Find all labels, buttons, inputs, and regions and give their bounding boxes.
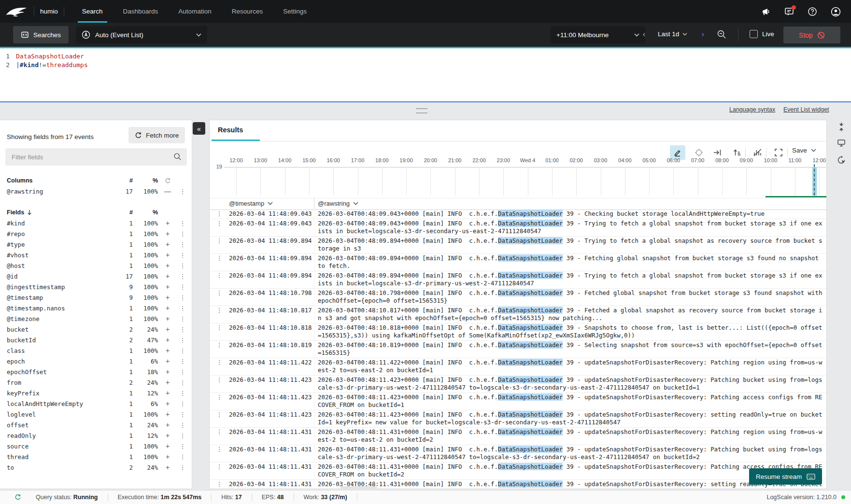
row-menu-icon[interactable]: ⋮	[210, 446, 229, 462]
field-action[interactable]: +	[158, 378, 177, 386]
log-event-row[interactable]: ⋮2026-03-04 11:48:11.4232026-03-04T00:48…	[210, 393, 826, 410]
field-row[interactable]: @host1100%+⋮	[0, 260, 192, 271]
row-menu-icon[interactable]: ⋮	[210, 411, 229, 427]
field-action[interactable]: +	[158, 230, 177, 238]
field-menu-icon[interactable]: ⋮	[177, 347, 188, 354]
field-action[interactable]: +	[158, 347, 177, 354]
log-event-row[interactable]: ⋮2026-03-04 11:48:09.8942026-03-04T00:48…	[210, 254, 826, 271]
field-menu-icon[interactable]: ⋮	[177, 241, 188, 248]
field-action[interactable]: +	[158, 442, 177, 450]
field-row[interactable]: thread1100%+⋮	[0, 451, 192, 462]
editor-resize-handle[interactable]	[416, 108, 427, 113]
field-menu-icon[interactable]: ⋮	[177, 368, 188, 376]
field-menu-icon[interactable]: ⋮	[177, 411, 188, 418]
field-menu-icon[interactable]: ⋮	[177, 443, 188, 450]
field-row[interactable]: keyPrefix112%+⋮	[0, 388, 192, 398]
field-row[interactable]: to224%+⋮	[0, 462, 192, 473]
field-action[interactable]: +	[158, 453, 177, 461]
field-action[interactable]: +	[158, 463, 177, 471]
tab-results[interactable]: Results	[218, 126, 243, 134]
row-menu-icon[interactable]: ⋮	[210, 428, 229, 444]
query-rerun-icon[interactable]	[837, 155, 847, 165]
field-action[interactable]: +	[158, 368, 177, 376]
row-menu-icon[interactable]: ⋮	[210, 341, 229, 357]
column-header-rawstring[interactable]: @rawstring	[318, 200, 358, 207]
view-mode-dropdown[interactable]: Auto (Event List)	[76, 26, 207, 43]
log-event-row[interactable]: ⋮2026-03-04 11:48:10.7982026-03-04T00:48…	[210, 289, 826, 306]
field-menu-icon[interactable]: ⋮	[177, 390, 188, 397]
field-action[interactable]: —	[158, 187, 177, 195]
field-row[interactable]: @id17100%+⋮	[0, 271, 192, 281]
timezone-dropdown[interactable]: +11:00 Melbourne	[551, 26, 645, 43]
collapse-vertical-icon[interactable]	[837, 122, 847, 132]
field-row[interactable]: class1100%+⋮	[0, 345, 192, 356]
row-menu-icon[interactable]: ⋮	[210, 254, 229, 270]
field-menu-icon[interactable]: ⋮	[177, 252, 188, 259]
row-menu-icon[interactable]: ⋮	[210, 220, 229, 236]
field-menu-icon[interactable]: ⋮	[177, 294, 188, 301]
field-menu-icon[interactable]: ⋮	[177, 220, 188, 227]
searches-button[interactable]: Searches	[13, 26, 69, 43]
field-row[interactable]: epoch16%+⋮	[0, 356, 192, 366]
live-checkbox[interactable]	[750, 30, 758, 38]
field-menu-icon[interactable]: ⋮	[177, 305, 188, 312]
bottom-resize-handle[interactable]	[340, 486, 377, 490]
row-menu-icon[interactable]: ⋮	[210, 324, 229, 340]
field-row[interactable]: #repo1100%+⋮	[0, 228, 192, 239]
field-row[interactable]: @timezone1100%+⋮	[0, 313, 192, 324]
field-row[interactable]: #type1100%+⋮	[0, 239, 192, 250]
log-event-row[interactable]: ⋮2026-03-04 11:48:11.4312026-03-04T00:48…	[210, 445, 826, 462]
row-menu-icon[interactable]: ⋮	[210, 480, 229, 489]
log-event-row[interactable]: ⋮2026-03-04 11:48:11.4222026-03-04T00:48…	[210, 358, 826, 376]
field-menu-icon[interactable]: ⋮	[177, 273, 188, 280]
row-menu-icon[interactable]: ⋮	[210, 463, 229, 479]
field-menu-icon[interactable]: ⋮	[177, 464, 188, 471]
zoom-out-time-icon[interactable]	[717, 29, 726, 39]
live-toggle[interactable]: Live	[750, 30, 774, 38]
row-menu-icon[interactable]: ⋮	[210, 272, 229, 288]
fetch-more-button[interactable]: Fetch more	[128, 127, 185, 143]
time-range-dropdown[interactable]: Last 1d	[658, 30, 687, 38]
field-row[interactable]: source1100%+⋮	[0, 441, 192, 451]
field-action[interactable]: +	[158, 304, 177, 312]
sort-direction-icon[interactable]	[27, 210, 32, 215]
field-action[interactable]: +	[158, 432, 177, 439]
field-menu-icon[interactable]: ⋮	[177, 315, 188, 322]
field-row[interactable]: #vhost1100%+⋮	[0, 250, 192, 260]
announcements-icon[interactable]	[761, 7, 771, 16]
log-event-row[interactable]: ⋮2026-03-04 11:48:09.0432026-03-04T00:48…	[210, 210, 826, 219]
field-menu-icon[interactable]: ⋮	[177, 358, 188, 365]
field-menu-icon[interactable]: ⋮	[177, 453, 188, 461]
stop-button[interactable]: Stop	[783, 27, 840, 43]
log-event-row[interactable]: ⋮2026-03-04 11:48:10.8182026-03-04T00:48…	[210, 323, 826, 341]
nav-tab-search[interactable]: Search	[72, 0, 113, 23]
field-row[interactable]: loglevel1100%+⋮	[0, 409, 192, 420]
field-action[interactable]: +	[158, 219, 177, 227]
row-menu-icon[interactable]: ⋮	[210, 393, 229, 409]
field-row[interactable]: bucketId247%+⋮	[0, 335, 192, 345]
row-menu-icon[interactable]: ⋮	[210, 359, 229, 375]
field-menu-icon[interactable]: ⋮	[177, 230, 188, 238]
field-row[interactable]: @timestamp9100%+⋮	[0, 292, 192, 303]
log-event-row[interactable]: ⋮2026-03-04 11:48:11.4232026-03-04T00:48…	[210, 410, 826, 428]
log-event-row[interactable]: ⋮2026-03-04 11:48:11.4312026-03-04T00:48…	[210, 428, 826, 445]
log-event-row[interactable]: ⋮2026-03-04 11:48:09.8942026-03-04T00:48…	[210, 237, 826, 254]
field-row[interactable]: epochOffset118%+⋮	[0, 366, 192, 377]
field-row[interactable]: #kind1100%+⋮	[0, 218, 192, 228]
field-action[interactable]: +	[158, 240, 177, 248]
field-row[interactable]: readOnly112%+⋮	[0, 430, 192, 441]
field-menu-icon[interactable]: ⋮	[177, 188, 188, 195]
field-action[interactable]: +	[158, 357, 177, 365]
field-row[interactable]: localAndHttpWereEmpty16%+⋮	[0, 398, 192, 409]
event-list-widget-link[interactable]: Event List widget	[783, 106, 829, 113]
help-icon[interactable]	[808, 7, 817, 16]
row-menu-icon[interactable]: ⋮	[210, 237, 229, 253]
field-menu-icon[interactable]: ⋮	[177, 262, 188, 269]
field-menu-icon[interactable]: ⋮	[177, 283, 188, 291]
field-action[interactable]: +	[158, 251, 177, 259]
nav-tab-automation[interactable]: Automation	[168, 0, 221, 23]
field-action[interactable]: +	[158, 421, 177, 429]
row-menu-icon[interactable]: ⋮	[210, 376, 229, 392]
field-row[interactable]: offset124%+⋮	[0, 420, 192, 430]
feedback-icon[interactable]	[784, 7, 794, 16]
